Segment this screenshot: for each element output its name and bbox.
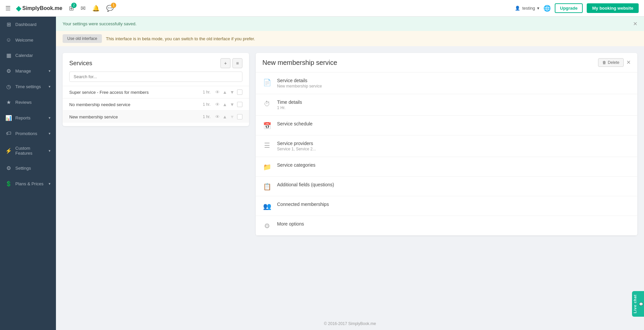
user-menu[interactable]: 👤 testing ▾ <box>515 6 539 11</box>
section-title: Additional fields (questions) <box>277 182 631 187</box>
trash-icon: 🗑 <box>602 60 606 65</box>
move-up-icon[interactable]: ▲ <box>222 102 227 107</box>
service-details-icon: 📄 <box>262 79 272 86</box>
sidebar-item-calendar[interactable]: ▦ Calendar <box>0 48 56 63</box>
detail-panel-header: New membership service 🗑 Delete ✕ <box>256 53 637 73</box>
connected-memberships-icon: 👥 <box>262 202 272 210</box>
search-input[interactable] <box>69 72 242 82</box>
service-schedule-section[interactable]: 📅 Service schedule <box>256 116 637 135</box>
service-checkbox[interactable] <box>237 114 242 119</box>
section-title: Service schedule <box>277 121 631 126</box>
hamburger-icon[interactable]: ☰ <box>5 5 11 12</box>
custom-features-icon: ⚡ <box>5 148 12 154</box>
time-details-section[interactable]: ⏱ Time details 1 Hr. <box>256 94 637 116</box>
service-providers-section[interactable]: ☰ Service providers Service 1, Service 2… <box>256 135 637 157</box>
delete-button[interactable]: 🗑 Delete <box>598 58 624 67</box>
sidebar-item-custom-features[interactable]: ⚡ Custom Features ▾ <box>0 141 56 160</box>
footer: © 2016-2017 SimplyBook.me <box>56 317 644 330</box>
service-categories-icon: 📁 <box>262 163 272 171</box>
section-title: Connected memberships <box>277 202 631 207</box>
more-options-section[interactable]: ⚙ More options <box>256 216 637 236</box>
sidebar-label-settings: Settings <box>15 166 51 171</box>
section-subtitle: Service 1, Service 2... <box>277 147 631 151</box>
service-name: New membership service <box>69 114 200 119</box>
add-service-button[interactable]: + <box>220 58 230 68</box>
plans-prices-icon: 💲 <box>5 181 12 187</box>
sidebar-label-time-settings: Time settings <box>15 84 45 89</box>
services-panel-title: Services <box>69 60 92 67</box>
sidebar-item-plans-prices[interactable]: 💲 Plans & Prices ▾ <box>0 176 56 192</box>
table-row: No membership needed service 1 hr. 👁 ▲ ▼ <box>63 98 249 110</box>
time-settings-icon: ◷ <box>5 83 12 90</box>
navbar: ☰ ◆ SimplyBook.me ⊞ 2 ✉ 🔔 💬 1 👤 testing … <box>0 0 644 17</box>
service-checkbox[interactable] <box>237 89 242 95</box>
move-down-icon[interactable]: ▼ <box>230 102 234 107</box>
section-title: More options <box>277 221 631 227</box>
detail-panel-title: New membership service <box>262 59 337 67</box>
service-providers-icon: ☰ <box>262 141 272 149</box>
visibility-icon[interactable]: 👁 <box>215 102 220 107</box>
sidebar-label-reviews: Reviews <box>15 100 51 105</box>
success-close-button[interactable]: ✕ <box>633 21 637 27</box>
service-details-section[interactable]: 📄 Service details New membership service <box>256 73 637 94</box>
service-checkbox[interactable] <box>237 102 242 107</box>
sidebar-label-promotions: Promotions <box>15 131 45 136</box>
upgrade-button[interactable]: Upgrade <box>555 3 583 13</box>
promotions-icon: 🏷 <box>5 130 12 136</box>
logo-icon: ◆ <box>16 4 21 12</box>
table-row: Super service - Free access for members … <box>63 86 249 98</box>
additional-fields-section[interactable]: 📋 Additional fields (questions) <box>256 177 637 196</box>
visibility-icon[interactable]: 👁 <box>215 89 220 95</box>
move-up-icon[interactable]: ▲ <box>222 89 227 95</box>
sidebar-label-calendar: Calendar <box>15 53 51 58</box>
additional-fields-content: Additional fields (questions) <box>277 182 631 187</box>
sidebar-item-reviews[interactable]: ★ Reviews <box>0 94 56 110</box>
service-categories-section[interactable]: 📁 Service categories <box>256 157 637 177</box>
visibility-icon[interactable]: 👁 <box>215 114 220 119</box>
plans-prices-arrow-icon: ▾ <box>49 182 51 186</box>
bell-nav-icon[interactable]: 🔔 <box>92 5 100 12</box>
grid-nav-icon[interactable]: ⊞ 2 <box>69 5 74 12</box>
sidebar-item-manage[interactable]: ⚙ Manage ▾ <box>0 63 56 79</box>
move-up-icon[interactable]: ▲ <box>222 114 227 119</box>
time-details-content: Time details 1 Hr. <box>277 99 631 110</box>
sidebar-label-plans-prices: Plans & Prices <box>15 181 45 186</box>
sidebar-item-dashboard[interactable]: ⊞ Dashboard <box>0 17 56 32</box>
live-chat-label: Live chat <box>633 294 637 313</box>
use-old-interface-button[interactable]: Use old interface <box>63 34 102 43</box>
globe-icon[interactable]: 🌐 <box>543 5 551 12</box>
chat-nav-icon[interactable]: 💬 1 <box>106 5 114 12</box>
service-details-content: Service details New membership service <box>277 78 631 88</box>
reports-icon: 📊 <box>5 115 12 121</box>
move-down-icon[interactable]: ▼ <box>230 89 234 95</box>
live-chat-widget[interactable]: 💬 Live chat <box>632 291 644 317</box>
table-row: New membership service 1 hr. 👁 ▲ ▼ <box>63 110 249 123</box>
detail-panel-actions: 🗑 Delete ✕ <box>598 58 631 67</box>
service-categories-content: Service categories <box>277 162 631 168</box>
delete-label: Delete <box>608 60 619 65</box>
sidebar-item-promotions[interactable]: 🏷 Promotions ▾ <box>0 126 56 141</box>
chat-badge: 1 <box>111 3 116 8</box>
list-view-button[interactable]: ≡ <box>232 58 242 68</box>
content-area: Services + ≡ Supe <box>56 46 644 317</box>
sidebar-item-reports[interactable]: 📊 Reports ▾ <box>0 110 56 126</box>
my-booking-website-button[interactable]: My booking website <box>587 3 639 13</box>
section-subtitle: 1 Hr. <box>277 105 631 110</box>
custom-features-arrow-icon: ▾ <box>49 149 51 153</box>
move-down-icon[interactable]: ▼ <box>230 114 234 119</box>
sidebar-item-settings[interactable]: ⚙ Settings <box>0 160 56 176</box>
footer-text: © 2016-2017 SimplyBook.me <box>324 321 376 326</box>
email-nav-icon[interactable]: ✉ <box>81 5 86 12</box>
sidebar-item-welcome[interactable]: ☺ Welcome <box>0 32 56 48</box>
service-name: No membership needed service <box>69 102 200 107</box>
logo: ◆ SimplyBook.me <box>16 4 62 12</box>
more-options-icon: ⚙ <box>262 222 272 230</box>
manage-icon: ⚙ <box>5 68 12 74</box>
close-panel-button[interactable]: ✕ <box>626 60 631 65</box>
sidebar-item-time-settings[interactable]: ◷ Time settings ▾ <box>0 79 56 94</box>
time-settings-arrow-icon: ▾ <box>49 84 51 89</box>
services-panel-actions: + ≡ <box>220 58 242 68</box>
additional-fields-icon: 📋 <box>262 183 272 191</box>
section-subtitle: New membership service <box>277 84 631 88</box>
connected-memberships-section[interactable]: 👥 Connected memberships <box>256 196 637 216</box>
